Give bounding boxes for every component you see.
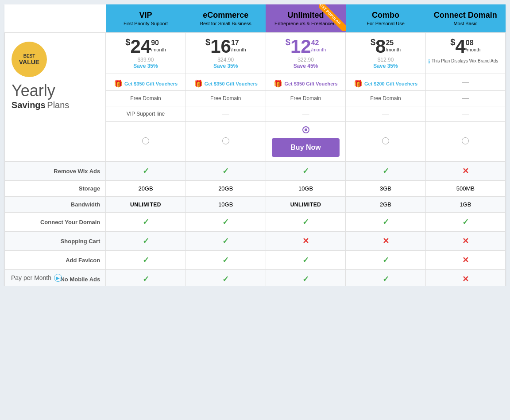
val-fav-ul: ✓: [266, 251, 346, 270]
fd-vip: Free Domain: [106, 91, 186, 106]
val-storage-connect: 500MB: [425, 181, 505, 197]
val-storage-ec: 20GB: [185, 181, 266, 197]
gift-icon-ec: 🎁: [194, 79, 203, 88]
val-fav-vip: ✓: [106, 251, 186, 270]
value-label: VALUE: [19, 58, 39, 66]
plan-sub-connect: Most Basic: [429, 21, 502, 26]
val-bw-connect: 1GB: [425, 197, 505, 213]
val-ma-vip: ✓: [106, 270, 186, 287]
price-main-combo: 8: [375, 37, 386, 56]
val-storage-combo: 3GB: [346, 181, 425, 197]
vs-vip: VIP Support line: [106, 106, 186, 122]
price-cents-vip: 90: [151, 39, 159, 47]
radio-circle-combo[interactable]: [382, 137, 389, 144]
val-cd-vip: ✓: [106, 213, 186, 232]
pricing-row: BEST VALUE Yearly Savings Plans $ 24 90: [5, 33, 506, 74]
label-connect-domain: Connect Your Domain: [5, 213, 106, 232]
plan-name-connect: Connect Domain: [429, 11, 502, 20]
price-cell-unlimited: $ 12 42 /month $22.90 Save 45%: [266, 33, 346, 74]
gift-icon-vip: 🎁: [114, 79, 123, 88]
price-save-ec: Save 35%: [188, 63, 263, 69]
val-cd-ul: ✓: [266, 213, 346, 232]
val-storage-ul: 10GB: [266, 181, 346, 197]
gift-combo: 🎁 Get $200 Gift Vouchers: [346, 74, 425, 91]
price-main-conn: 4: [455, 37, 465, 56]
val-sc-connect: ✕: [425, 232, 505, 251]
feature-row-storage: Storage 20GB 20GB 10GB 3GB 500MB: [5, 181, 506, 197]
th-combo: Combo For Personal Use: [346, 4, 425, 33]
play-icon[interactable]: ▶: [54, 274, 62, 282]
radio-connect[interactable]: [425, 122, 505, 162]
plan-sub-ecommerce: Best for Small Business: [189, 21, 262, 26]
radio-circle-ul[interactable]: [302, 126, 309, 133]
buy-now-button[interactable]: Buy Now: [272, 138, 340, 157]
val-sc-vip: ✓: [106, 232, 186, 251]
gift-text-ul: Get $350 Gift Vouchers: [284, 81, 337, 86]
dash-vs-ec: —: [222, 110, 229, 117]
radio-circle-vip[interactable]: [142, 137, 149, 144]
gift-text-ec: Get $350 Gift Vouchers: [205, 81, 258, 86]
fd-ul: Free Domain: [266, 91, 346, 106]
th-unlimited: MOST POPULAR Unlimited Entrepreneurs & F…: [266, 4, 346, 33]
header-spacer: [5, 4, 106, 33]
dash-fd-connect: —: [462, 94, 469, 102]
price-save-vip: Save 35%: [108, 63, 183, 69]
price-dollar-ec: $: [205, 37, 210, 47]
val-fav-ec: ✓: [185, 251, 266, 270]
fd-ec: Free Domain: [185, 91, 266, 106]
price-cents-conn: 08: [466, 39, 474, 47]
fd-connect: —: [425, 91, 505, 106]
val-storage-vip: 20GB: [106, 181, 186, 197]
val-ads-ec: ✓: [185, 162, 266, 181]
best-value-badge: BEST VALUE: [12, 42, 47, 77]
val-ads-vip: ✓: [106, 162, 186, 181]
radio-ul[interactable]: Buy Now: [266, 122, 346, 162]
val-fav-connect: ✕: [425, 251, 505, 270]
gift-ec: 🎁 Get $350 Gift Vouchers: [185, 74, 266, 91]
val-sc-ul: ✕: [266, 232, 346, 251]
price-original-ul: $22.90: [268, 57, 344, 63]
yearly-label: Yearly: [12, 82, 55, 100]
price-dollar-conn: $: [450, 37, 455, 47]
feature-row-mobile-ads: No Mobile Ads ✓ ✓ ✓ ✓ ✕: [5, 270, 506, 287]
vs-ec: —: [185, 106, 266, 122]
header-row: VIP First Priority Support eCommerce Bes…: [5, 4, 506, 33]
gift-vip: 🎁 Get $350 Gift Vouchers: [106, 74, 186, 91]
feature-row-favicon: Add Favicon ✓ ✓ ✓ ✓ ✕: [5, 251, 506, 270]
dash-gift-connect: —: [462, 78, 469, 86]
val-sc-ec: ✓: [185, 232, 266, 251]
fd-combo: Free Domain: [346, 91, 425, 106]
price-main-vip: 24: [130, 37, 151, 56]
val-ma-ec: ✓: [185, 270, 266, 287]
price-period-ec: /month: [231, 47, 246, 52]
price-save-ul: Save 45%: [268, 63, 344, 69]
val-cd-combo: ✓: [346, 213, 425, 232]
radio-circle-connect[interactable]: [462, 137, 469, 144]
radio-combo[interactable]: [346, 122, 425, 162]
label-shopping-cart: Shopping Cart: [5, 232, 106, 251]
radio-circle-ec[interactable]: [222, 137, 229, 144]
price-original-combo: $12.90: [348, 57, 423, 63]
th-connect: Connect Domain Most Basic: [425, 4, 505, 33]
feature-row-shopping-cart: Shopping Cart ✓ ✓ ✕ ✕ ✕: [5, 232, 506, 251]
val-ads-ul: ✓: [266, 162, 346, 181]
price-period-combo: /month: [386, 47, 401, 52]
best-label: BEST: [23, 54, 35, 58]
val-bw-ec: 10GB: [185, 197, 266, 213]
gift-connect: —: [425, 74, 505, 91]
feature-row-bandwidth: Bandwidth UNLIMITED 10GB UNLIMITED 2GB 1…: [5, 197, 506, 213]
radio-ec[interactable]: [185, 122, 266, 162]
plan-name-combo: Combo: [349, 11, 422, 20]
radio-vip[interactable]: [106, 122, 186, 162]
feature-row-remove-ads: Remove Wix Ads ✓ ✓ ✓ ✓ ✕: [5, 162, 506, 181]
val-bw-combo: 2GB: [346, 197, 425, 213]
dash-vs-connect: —: [462, 110, 469, 117]
label-cell-yearly: BEST VALUE Yearly Savings Plans: [5, 33, 106, 162]
price-cell-ecommerce: $ 16 17 /month $24.90 Save 35%: [185, 33, 266, 74]
label-favicon: Add Favicon: [5, 251, 106, 270]
gift-ul: 🎁 Get $350 Gift Vouchers: [266, 74, 346, 91]
label-remove-ads: Remove Wix Ads: [5, 162, 106, 181]
val-bw-vip: UNLIMITED: [106, 197, 186, 213]
val-ads-combo: ✓: [346, 162, 425, 181]
price-period-ul: /month: [311, 47, 326, 52]
